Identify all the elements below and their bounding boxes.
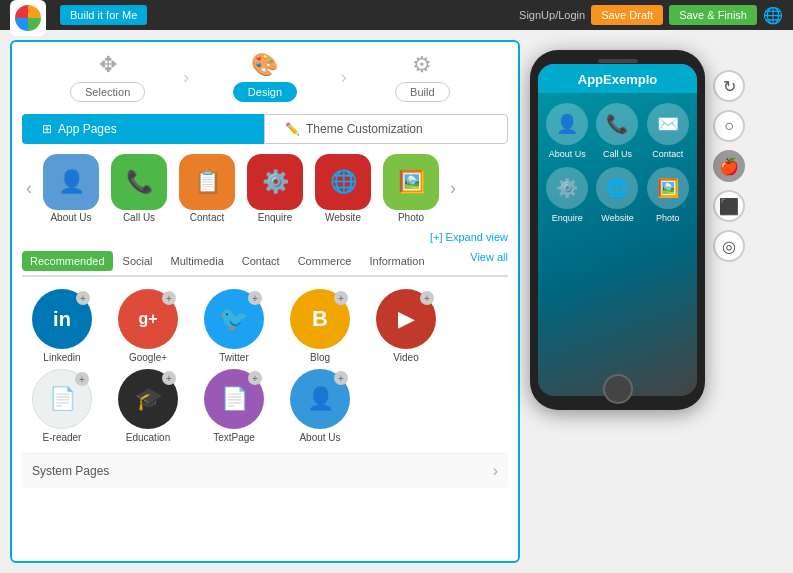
- next-arrow-btn[interactable]: ›: [446, 178, 460, 199]
- page-item-callus[interactable]: 📞 Call Us: [106, 154, 172, 223]
- page-item-website[interactable]: 🌐 Website: [310, 154, 376, 223]
- page-item-photo[interactable]: 🖼️ Photo: [378, 154, 444, 223]
- android-btn[interactable]: ◎: [713, 230, 745, 262]
- main-content: ✥ Selection › 🎨 Design › ⚙ Build ⊞ App P…: [0, 30, 793, 573]
- grid-item-ereader[interactable]: 📄 + E-reader: [22, 369, 102, 443]
- phone-aboutus-label: About Us: [549, 149, 586, 159]
- build-icon: ⚙: [412, 52, 432, 78]
- phone-app-title: AppExemplo: [538, 64, 697, 93]
- googleplus-icon: g+ +: [118, 289, 178, 349]
- linkedin-plus: +: [76, 291, 90, 305]
- contact-icon-box: 📋: [179, 154, 235, 210]
- phone-website-circle: 🌐: [596, 167, 638, 209]
- page-item-contact[interactable]: 📋 Contact: [174, 154, 240, 223]
- globe-icon[interactable]: 🌐: [763, 6, 783, 25]
- filter-recommended[interactable]: Recommended: [22, 251, 113, 271]
- expand-row[interactable]: [+] Expand view: [22, 231, 508, 243]
- callus-icon-box: 📞: [111, 154, 167, 210]
- filter-information[interactable]: Information: [361, 251, 432, 271]
- logo-pie: [15, 5, 41, 31]
- tab-app-pages[interactable]: ⊞ App Pages: [22, 114, 264, 144]
- aboutus-icon-box: 👤: [43, 154, 99, 210]
- googleplus-plus: +: [162, 291, 176, 305]
- step-selection-label: Selection: [70, 82, 145, 102]
- aboutus2-icon: 👤 +: [290, 369, 350, 429]
- page-item-aboutus[interactable]: 👤 About Us: [38, 154, 104, 223]
- right-panel: AppExemplo 👤 About Us 📞 Call Us ✉️ Conta…: [530, 40, 745, 563]
- step-selection: ✥ Selection: [32, 52, 183, 102]
- system-pages-label: System Pages: [32, 464, 109, 478]
- refresh-btn[interactable]: ↻: [713, 70, 745, 102]
- education-label: Education: [126, 432, 170, 443]
- grid-item-googleplus[interactable]: g+ + Google+: [108, 289, 188, 363]
- filter-social[interactable]: Social: [115, 251, 161, 271]
- textpage-icon: 📄 +: [204, 369, 264, 429]
- phone-icon-aboutus: 👤 About Us: [546, 103, 588, 159]
- phone-icons-grid: 👤 About Us 📞 Call Us ✉️ Contact ⚙️ Enqui…: [538, 93, 697, 233]
- build-btn[interactable]: Build it for Me: [60, 5, 147, 25]
- pencil-icon: ✏️: [285, 122, 300, 136]
- phone-home-btn[interactable]: [603, 374, 633, 404]
- save-finish-btn[interactable]: Save & Finish: [669, 5, 757, 25]
- save-draft-btn[interactable]: Save Draft: [591, 5, 663, 25]
- phone-icon-enquire: ⚙️ Enquire: [546, 167, 588, 223]
- icon-grid: in + Linkedin g+ + Google+ 🐦 + Twitter: [22, 285, 508, 447]
- video-label: Video: [393, 352, 418, 363]
- phone-mockup: AppExemplo 👤 About Us 📞 Call Us ✉️ Conta…: [530, 50, 705, 410]
- design-icon: 🎨: [251, 52, 278, 78]
- linkedin-label: Linkedin: [43, 352, 80, 363]
- grid-item-linkedin[interactable]: in + Linkedin: [22, 289, 102, 363]
- logo: [10, 0, 46, 36]
- tab-theme-customization[interactable]: ✏️ Theme Customization: [264, 114, 508, 144]
- grid-item-twitter[interactable]: 🐦 + Twitter: [194, 289, 274, 363]
- apple-btn[interactable]: 🍎: [713, 150, 745, 182]
- grid-item-video[interactable]: ▶ + Video: [366, 289, 446, 363]
- ereader-label: E-reader: [43, 432, 82, 443]
- callus-label: Call Us: [123, 212, 155, 223]
- system-pages-row[interactable]: System Pages ›: [22, 453, 508, 488]
- tab-app-pages-label: App Pages: [58, 122, 117, 136]
- grid-item-blog[interactable]: B + Blog: [280, 289, 360, 363]
- ereader-plus: +: [75, 372, 89, 386]
- aboutus-label: About Us: [50, 212, 91, 223]
- blog-plus: +: [334, 291, 348, 305]
- tab-theme-label: Theme Customization: [306, 122, 423, 136]
- video-plus: +: [420, 291, 434, 305]
- step-design-label: Design: [233, 82, 297, 102]
- phone-enquire-circle: ⚙️: [546, 167, 588, 209]
- step-build: ⚙ Build: [347, 52, 498, 102]
- prev-arrow-btn[interactable]: ‹: [22, 178, 36, 199]
- page-item-enquire[interactable]: ⚙️ Enquire: [242, 154, 308, 223]
- filter-commerce[interactable]: Commerce: [290, 251, 360, 271]
- website-label: Website: [325, 212, 361, 223]
- phone-icon-photo: 🖼️ Photo: [647, 167, 689, 223]
- phone-aboutus-circle: 👤: [546, 103, 588, 145]
- step-design[interactable]: 🎨 Design: [189, 52, 340, 102]
- grid-icon: ⊞: [42, 122, 52, 136]
- textpage-plus: +: [248, 371, 262, 385]
- phone-callus-circle: 📞: [596, 103, 638, 145]
- blackberry-btn[interactable]: ⬛: [713, 190, 745, 222]
- grid-item-education[interactable]: 🎓 + Education: [108, 369, 188, 443]
- phone-website-label: Website: [601, 213, 633, 223]
- signup-link[interactable]: SignUp/Login: [519, 9, 585, 21]
- aboutus2-plus: +: [334, 371, 348, 385]
- googleplus-label: Google+: [129, 352, 167, 363]
- phone-callus-label: Call Us: [603, 149, 632, 159]
- education-plus: +: [162, 371, 176, 385]
- aboutus2-label: About Us: [299, 432, 340, 443]
- view-all-link[interactable]: View all: [470, 251, 508, 271]
- phone-contact-circle: ✉️: [647, 103, 689, 145]
- filter-multimedia[interactable]: Multimedia: [163, 251, 232, 271]
- selection-icon: ✥: [99, 52, 117, 78]
- grid-item-aboutus2[interactable]: 👤 + About Us: [280, 369, 360, 443]
- blog-icon: B +: [290, 289, 350, 349]
- ereader-icon: 📄 +: [32, 369, 92, 429]
- grid-item-textpage[interactable]: 📄 + TextPage: [194, 369, 274, 443]
- twitter-label: Twitter: [219, 352, 248, 363]
- top-bar-right: SignUp/Login Save Draft Save & Finish 🌐: [519, 5, 783, 25]
- circle-btn[interactable]: ○: [713, 110, 745, 142]
- filter-contact[interactable]: Contact: [234, 251, 288, 271]
- phone-icon-contact: ✉️ Contact: [647, 103, 689, 159]
- twitter-icon: 🐦 +: [204, 289, 264, 349]
